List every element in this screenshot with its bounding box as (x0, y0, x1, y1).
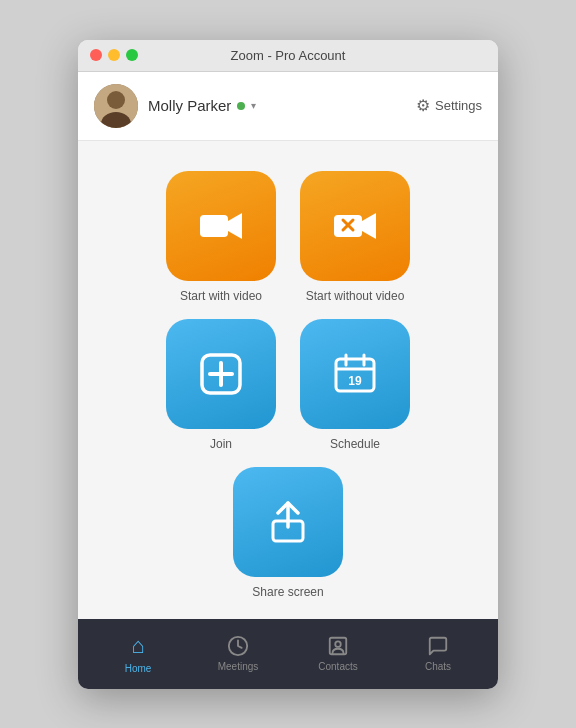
minimize-button[interactable] (108, 49, 120, 61)
nav-item-chats[interactable]: Chats (388, 635, 488, 672)
join-button[interactable]: Join (166, 319, 276, 451)
chats-label: Chats (425, 661, 451, 672)
user-name-row: Molly Parker ▾ (148, 97, 256, 114)
start-with-video-label: Start with video (180, 289, 262, 303)
settings-button[interactable]: ⚙ Settings (416, 96, 482, 115)
home-icon: ⌂ (131, 633, 144, 659)
user-info: Molly Parker ▾ (94, 84, 256, 128)
person-icon (327, 635, 349, 657)
header: Molly Parker ▾ ⚙ Settings (78, 72, 498, 141)
schedule-button[interactable]: 19 Schedule (300, 319, 410, 451)
join-label: Join (210, 437, 232, 451)
start-without-video-label: Start without video (306, 289, 405, 303)
action-grid: Start with video Start without vi (98, 171, 478, 599)
svg-rect-3 (200, 215, 228, 237)
status-indicator (237, 102, 245, 110)
user-name: Molly Parker (148, 97, 231, 114)
schedule-label: Schedule (330, 437, 380, 451)
start-with-video-button[interactable]: Start with video (166, 171, 276, 303)
join-icon-box (166, 319, 276, 429)
svg-point-1 (107, 91, 125, 109)
app-window: Zoom - Pro Account Molly Parker ▾ ⚙ Sett… (78, 40, 498, 689)
meetings-label: Meetings (218, 661, 259, 672)
home-label: Home (125, 663, 152, 674)
maximize-button[interactable] (126, 49, 138, 61)
nav-item-contacts[interactable]: Contacts (288, 635, 388, 672)
start-with-video-icon-box (166, 171, 276, 281)
svg-text:19: 19 (348, 374, 362, 388)
svg-marker-6 (362, 213, 376, 239)
avatar (94, 84, 138, 128)
share-screen-button[interactable]: Share screen (233, 467, 343, 599)
start-without-video-button[interactable]: Start without video (300, 171, 410, 303)
main-content: Start with video Start without vi (78, 141, 498, 619)
row-3: Share screen (233, 467, 343, 599)
chat-icon (427, 635, 449, 657)
settings-label: Settings (435, 98, 482, 113)
start-without-video-icon-box (300, 171, 410, 281)
traffic-lights (90, 49, 138, 61)
close-button[interactable] (90, 49, 102, 61)
share-screen-icon-box (233, 467, 343, 577)
nav-item-meetings[interactable]: Meetings (188, 635, 288, 672)
row-1: Start with video Start without vi (166, 171, 410, 303)
svg-marker-4 (228, 213, 242, 239)
title-bar: Zoom - Pro Account (78, 40, 498, 72)
dropdown-arrow-icon[interactable]: ▾ (251, 100, 256, 111)
share-screen-label: Share screen (252, 585, 323, 599)
schedule-icon-box: 19 (300, 319, 410, 429)
svg-point-21 (335, 641, 341, 647)
clock-icon (227, 635, 249, 657)
contacts-label: Contacts (318, 661, 357, 672)
gear-icon: ⚙ (416, 96, 430, 115)
row-2: Join 19 Schedule (166, 319, 410, 451)
bottom-nav: ⌂ Home Meetings Contacts Chats (78, 619, 498, 689)
nav-item-home[interactable]: ⌂ Home (88, 633, 188, 674)
window-title: Zoom - Pro Account (231, 48, 346, 63)
